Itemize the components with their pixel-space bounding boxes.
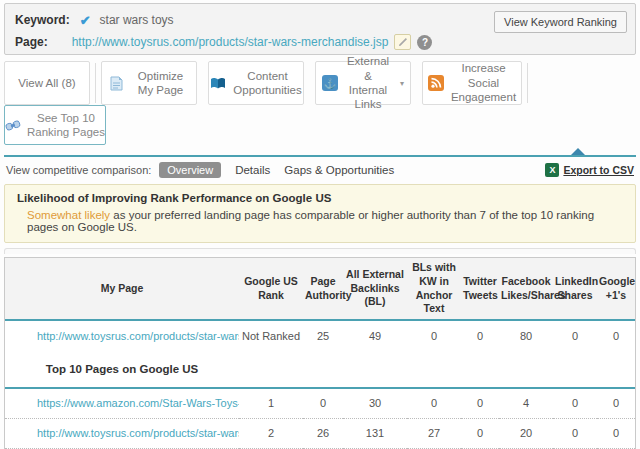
col-twitter-tweets: Twitter Tweets — [461, 258, 499, 320]
view-gaps-button[interactable]: Gaps & Opportunities — [284, 164, 394, 176]
keyword-page-panel: Keyword: ✔ star wars toys Page: http://w… — [4, 3, 636, 55]
tab-social-label: Increase Social Engagement — [451, 61, 516, 104]
tab-see-top10-ranking-pages[interactable]: See Top 10 Ranking Pages — [4, 105, 106, 145]
section-label: Top 10 Pages on Google US — [5, 350, 239, 388]
help-icon[interactable]: ? — [417, 35, 432, 50]
tab-optimize-label: Optimize My Page — [131, 69, 190, 98]
cell-authority: 0 — [303, 388, 343, 418]
col-google-us-rank: Google US Rank — [239, 258, 303, 320]
tab-optimize-my-page[interactable]: Optimize My Page — [101, 61, 197, 105]
binoculars-icon — [5, 117, 21, 133]
cell-authority: 26 — [303, 418, 343, 448]
comparison-bar: View competitive comparison: Overview De… — [4, 158, 636, 182]
rss-icon — [428, 75, 444, 91]
tab-see-top10-label: See Top 10 Ranking Pages — [27, 111, 105, 140]
pencil-icon — [398, 37, 408, 47]
cell-facebook: 4 — [499, 388, 553, 418]
export-to-csv-label: Export to CSV — [563, 164, 634, 176]
keyword-label: Keyword: — [15, 13, 70, 27]
view-keyword-ranking-button[interactable]: View Keyword Ranking — [494, 11, 627, 33]
comparison-table-panel: My Page Google US Rank Page Authority Al… — [4, 257, 636, 449]
table-row: http://www.toysrus.com/products/star-war… — [5, 418, 635, 448]
tab-external-internal-links[interactable]: ⚓ External & Internal Links ▾ — [315, 61, 411, 105]
tab-divider — [95, 63, 96, 103]
cell-rank: 1 — [239, 388, 303, 418]
likelihood-panel: Likelihood of Improving Rank Performance… — [4, 184, 636, 243]
book-icon — [210, 75, 226, 91]
cell-authority: 25 — [303, 320, 343, 350]
excel-icon[interactable]: X — [545, 163, 559, 177]
link-icon: ⚓ — [322, 75, 338, 91]
cell-tweets: 0 — [461, 418, 499, 448]
col-page-authority: Page Authority — [303, 258, 343, 320]
tab-links-label: External & Internal Links — [345, 54, 391, 112]
table-row: https://www.amazon.com/Star-Wars-Toys-Ga… — [5, 388, 635, 418]
cell-linkedin: 0 — [553, 418, 597, 448]
tab-content-label: Content Opportunities — [233, 69, 301, 98]
my-page-url-link[interactable]: http://www.toysrus.com/products/star-war… — [37, 330, 239, 342]
likelihood-rating: Somewhat likely — [27, 209, 110, 221]
cell-google-plus: 0 — [597, 388, 635, 418]
cell-backlinks: 49 — [343, 320, 407, 350]
cell-backlinks: 131 — [343, 418, 407, 448]
cell-google-plus: 0 — [597, 418, 635, 448]
chevron-down-icon: ▾ — [400, 79, 404, 88]
table-header-row: My Page Google US Rank Page Authority Al… — [5, 258, 635, 320]
comparison-label: View competitive comparison: — [6, 164, 151, 176]
col-all-external-backlinks: All External Backlinks (BL) — [343, 258, 407, 320]
collapsed-panel-strip — [4, 248, 636, 254]
col-my-page: My Page — [5, 258, 239, 320]
cell-rank: 2 — [239, 418, 303, 448]
table-section-row: Top 10 Pages on Google US — [5, 350, 635, 388]
col-facebook-likes: Facebook Likes/Shares — [499, 258, 553, 320]
likelihood-description: as your preferred landing page has compa… — [27, 209, 594, 233]
row-url-link[interactable]: https://www.amazon.com/Star-Wars-Toys-Ga… — [37, 397, 239, 409]
export-to-csv-link[interactable]: X Export to CSV — [545, 163, 634, 177]
page-label: Page: — [15, 35, 48, 49]
col-linkedin-shares: LinkedIn Shares — [553, 258, 597, 320]
check-icon: ✔ — [80, 13, 91, 28]
tab-divider — [527, 63, 528, 103]
cell-bls-kw: 0 — [407, 320, 461, 350]
tab-content-opportunities[interactable]: Content Opportunities — [208, 61, 304, 105]
col-google-plus-ones: Google +1's — [597, 258, 635, 320]
tabs-row: View All (8) Optimize My Page Content Op… — [4, 61, 636, 105]
page-url-link[interactable]: http://www.toysrus.com/products/star-war… — [72, 35, 389, 49]
cell-linkedin: 0 — [553, 320, 597, 350]
view-details-button[interactable]: Details — [235, 164, 270, 176]
cell-facebook: 20 — [499, 418, 553, 448]
likelihood-title: Likelihood of Improving Rank Performance… — [17, 192, 623, 204]
cell-bls-kw: 27 — [407, 418, 461, 448]
cell-tweets: 0 — [461, 320, 499, 350]
cell-rank: Not Ranked — [239, 320, 303, 350]
cell-bls-kw: 0 — [407, 388, 461, 418]
table-row-my-page: http://www.toysrus.com/products/star-war… — [5, 320, 635, 350]
keyword-value: star wars toys — [100, 13, 174, 27]
cell-facebook: 80 — [499, 320, 553, 350]
cell-backlinks: 30 — [343, 388, 407, 418]
page: Keyword: ✔ star wars toys Page: http://w… — [0, 0, 640, 449]
pointer-up-icon — [571, 148, 585, 155]
row-url-link[interactable]: http://www.toysrus.com/products/star-war… — [37, 427, 239, 439]
cell-linkedin: 0 — [553, 388, 597, 418]
section-divider — [4, 148, 636, 158]
document-icon — [108, 75, 124, 91]
tab-view-all[interactable]: View All (8) — [4, 61, 90, 105]
view-overview-button[interactable]: Overview — [159, 162, 221, 178]
likelihood-text: Somewhat likely as your preferred landin… — [17, 209, 623, 233]
cell-google-plus: 0 — [597, 320, 635, 350]
cell-tweets: 0 — [461, 388, 499, 418]
comparison-table: My Page Google US Rank Page Authority Al… — [5, 258, 635, 449]
col-bls-with-kw: BLs with KW in Anchor Text — [407, 258, 461, 320]
edit-page-button[interactable] — [394, 34, 411, 50]
tab-increase-social[interactable]: Increase Social Engagement — [422, 61, 522, 105]
tab-view-all-label: View All (8) — [18, 76, 75, 90]
